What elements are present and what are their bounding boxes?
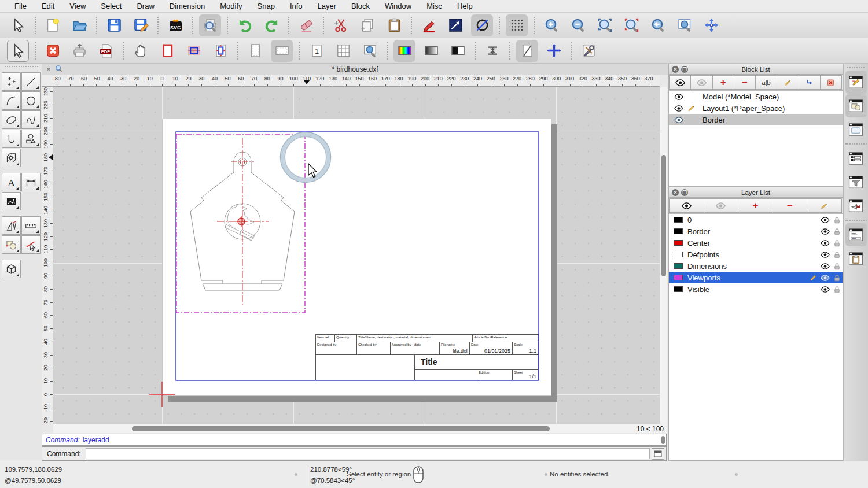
purge-block-button[interactable] xyxy=(820,75,842,90)
redo-button[interactable] xyxy=(260,14,282,36)
rename-block-button[interactable]: a|b xyxy=(755,75,777,90)
panel-float-icon[interactable]: ❐ xyxy=(681,66,688,73)
pan-button[interactable] xyxy=(700,14,722,36)
show-all-blocks-button[interactable] xyxy=(669,75,691,90)
layer-lock-icon[interactable] xyxy=(831,251,843,258)
viewport-fit-button[interactable] xyxy=(209,40,231,62)
tool-dimension-button[interactable] xyxy=(21,173,41,191)
pdf-export-button[interactable]: PDF xyxy=(95,40,117,62)
drawing-canvas[interactable]: Item ref Quantity Title/Name, destinatio… xyxy=(53,87,660,424)
zoom-page-button[interactable] xyxy=(359,40,381,62)
grayscale-mode-button[interactable] xyxy=(420,40,442,62)
block-row-border[interactable]: Border xyxy=(669,114,843,125)
layer-row-border[interactable]: Border xyxy=(669,225,843,237)
auto-zoom-button[interactable] xyxy=(594,14,616,36)
toolbar-drag-handle[interactable] xyxy=(5,66,38,70)
menu-help[interactable]: Help xyxy=(450,0,480,13)
layer-row-visible[interactable]: Visible xyxy=(669,283,843,295)
edit-block-button[interactable] xyxy=(777,75,799,90)
tool-line-button[interactable] xyxy=(21,72,41,91)
layer-row-0[interactable]: 0 xyxy=(669,214,843,225)
menu-draw[interactable]: Draw xyxy=(129,0,161,13)
cursor-button[interactable] xyxy=(7,14,29,36)
hide-all-blocks-button[interactable] xyxy=(690,75,712,90)
undo-button[interactable] xyxy=(234,14,256,36)
line-tool-button[interactable] xyxy=(444,14,466,36)
panel-close-icon[interactable]: ✕ xyxy=(672,189,679,196)
command-input[interactable] xyxy=(86,448,650,459)
horizontal-scrollbar[interactable]: 10 < 100 xyxy=(53,424,667,433)
print-preview-button[interactable] xyxy=(199,14,221,36)
grid-toggle-button[interactable] xyxy=(506,14,528,36)
drawing-border-button[interactable] xyxy=(156,40,178,62)
bw-mode-button[interactable] xyxy=(447,40,469,62)
zoom-out-button[interactable] xyxy=(567,14,589,36)
tool-circle-button[interactable] xyxy=(21,91,41,110)
horizontal-scrollbar-thumb[interactable] xyxy=(132,426,550,431)
preferences-button[interactable] xyxy=(578,40,599,62)
layer-visibility-eye-icon[interactable] xyxy=(819,286,831,293)
new-file-button[interactable] xyxy=(42,14,64,36)
eraser-button[interactable] xyxy=(295,14,317,36)
paste-button[interactable] xyxy=(383,14,405,36)
close-drawing-button[interactable] xyxy=(42,40,64,62)
tool-draft-tools-button[interactable] xyxy=(2,216,21,235)
menu-window[interactable]: Window xyxy=(377,0,419,13)
block-visibility-eye-icon[interactable] xyxy=(672,117,685,123)
command-history-scrollbar[interactable] xyxy=(661,436,665,444)
menu-modify[interactable]: Modify xyxy=(212,0,249,13)
property-editor-panel-toggle-button[interactable] xyxy=(845,71,867,94)
open-file-button[interactable] xyxy=(68,14,90,36)
layer-visibility-eye-icon[interactable] xyxy=(819,240,831,246)
tool-ellipse-button[interactable] xyxy=(2,110,21,129)
pen-panel-toggle-button[interactable] xyxy=(845,194,867,217)
menu-file[interactable]: File xyxy=(7,0,34,13)
layer-visibility-eye-icon[interactable] xyxy=(819,275,831,281)
tool-image-button[interactable] xyxy=(2,192,21,210)
tool-snap-edit-button[interactable] xyxy=(21,235,41,254)
panel-close-icon[interactable]: ✕ xyxy=(672,66,679,73)
show-all-layers-button[interactable] xyxy=(669,198,704,213)
draft-mode-button[interactable] xyxy=(516,40,538,62)
layer-row-dimensions[interactable]: Dimensions xyxy=(669,260,843,272)
layer-filter-panel-toggle-button[interactable] xyxy=(845,171,867,194)
menu-dimension[interactable]: Dimension xyxy=(162,0,212,13)
layer-list-panel-toggle-button[interactable] xyxy=(845,147,867,170)
layer-visibility-eye-icon[interactable] xyxy=(819,217,831,223)
panel-float-icon[interactable]: ❐ xyxy=(681,189,688,196)
view-panel-toggle-button[interactable] xyxy=(845,118,867,141)
layer-lock-icon[interactable] xyxy=(831,274,843,282)
layer-lock-icon[interactable] xyxy=(831,263,843,270)
menu-snap[interactable]: Snap xyxy=(250,0,282,13)
block-visibility-eye-icon[interactable] xyxy=(672,105,685,112)
layer-lock-icon[interactable] xyxy=(831,286,843,293)
menu-info[interactable]: Info xyxy=(282,0,310,13)
tool-arc-button[interactable] xyxy=(2,91,21,110)
layer-visibility-eye-icon[interactable] xyxy=(819,263,831,269)
layer-row-defpoints[interactable]: Defpoints xyxy=(669,249,843,260)
layer-row-viewports[interactable]: Viewports xyxy=(669,272,843,283)
insert-block-button[interactable] xyxy=(799,75,821,90)
edit-layer-button[interactable] xyxy=(807,198,842,213)
page-portrait-button[interactable] xyxy=(244,40,266,62)
save-button[interactable] xyxy=(103,14,125,36)
tool-hatch-button[interactable] xyxy=(2,149,21,167)
vertical-scrollbar-thumb[interactable] xyxy=(661,155,666,276)
circle-slash-button[interactable] xyxy=(471,14,493,36)
viewport-add-button[interactable] xyxy=(183,40,205,62)
lineweight-button[interactable] xyxy=(481,40,503,62)
block-row-model[interactable]: Model (*Model_Space) xyxy=(669,91,843,102)
layer-row-center[interactable]: Center xyxy=(669,237,843,249)
clipboard-panel-toggle-button[interactable] xyxy=(845,247,867,270)
add-layer-button[interactable]: + xyxy=(738,198,773,213)
layer-lock-icon[interactable] xyxy=(831,216,843,224)
color-mode-button[interactable] xyxy=(393,40,415,62)
layer-visibility-eye-icon[interactable] xyxy=(819,228,831,235)
menu-layer[interactable]: Layer xyxy=(310,0,344,13)
block-list-panel-toggle-button[interactable] xyxy=(845,94,867,117)
add-block-button[interactable]: + xyxy=(712,75,734,90)
print-button[interactable] xyxy=(68,40,90,62)
previous-view-button[interactable] xyxy=(647,14,669,36)
crosshair-tool-button[interactable] xyxy=(543,40,565,62)
hide-all-layers-button[interactable] xyxy=(704,198,739,213)
